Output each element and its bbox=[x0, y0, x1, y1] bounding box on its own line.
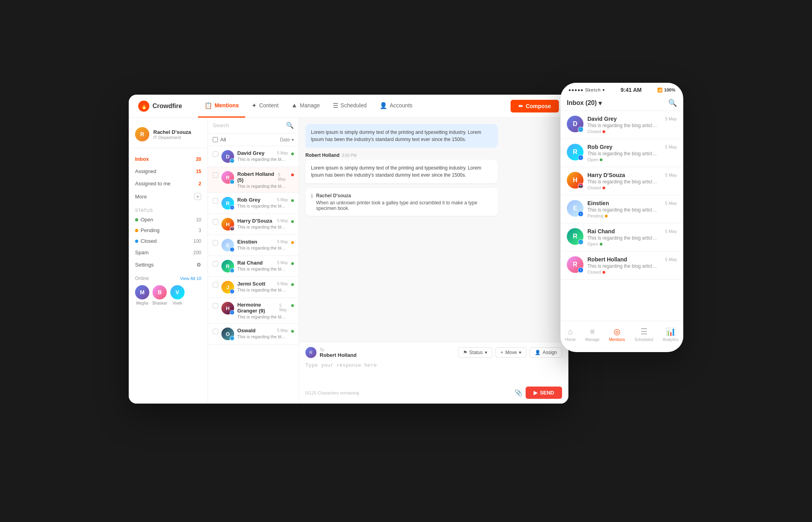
status-dot bbox=[291, 283, 294, 286]
phone-message-rob-grey[interactable]: R f Rob Grey 5 May This is regarding the… bbox=[560, 139, 683, 167]
phone-message-einstien[interactable]: E f Einstien 5 May This is regarding the… bbox=[560, 195, 683, 223]
message-checkbox[interactable] bbox=[213, 240, 218, 246]
sidebar: R Rachel D'souza IT Department Inbox 20 … bbox=[129, 118, 208, 404]
message-checkbox[interactable] bbox=[213, 198, 218, 204]
message-checkbox[interactable] bbox=[213, 219, 218, 225]
tab-scheduled[interactable]: ☰ Scheduled bbox=[326, 95, 373, 118]
tab-content[interactable]: ✦ Content bbox=[245, 95, 285, 118]
sidebar-item-pending[interactable]: Pending 3 bbox=[129, 225, 208, 236]
search-input[interactable] bbox=[213, 122, 283, 128]
sidebar-item-inbox[interactable]: Inbox 20 bbox=[129, 153, 208, 165]
status-dot bbox=[291, 241, 294, 244]
tab-accounts[interactable]: 👤 Accounts bbox=[373, 95, 419, 118]
message-avatar: E f bbox=[221, 239, 234, 251]
phone-nav-home[interactable]: ⌂ Home bbox=[561, 326, 580, 343]
instagram-badge: 📷 bbox=[230, 226, 234, 231]
move-icon: + bbox=[501, 350, 503, 355]
reply-box: R To Robert Holland ⚑ Status ▾ bbox=[299, 342, 568, 404]
phone-message-david-grey[interactable]: D 🐦 David Grey 5 May This is regarding t… bbox=[560, 111, 683, 139]
status-dot bbox=[291, 220, 294, 223]
sidebar-item-assigned-me[interactable]: Assigned to me 2 bbox=[129, 177, 208, 190]
message-item-hermoine[interactable]: H f Hermoine Granger (9) 5 May This is r… bbox=[208, 298, 299, 324]
reply-textarea[interactable] bbox=[305, 362, 562, 382]
top-nav: 🔥 Crowdfire 📋 Mentions ✦ Content ▲ Manag… bbox=[129, 95, 568, 118]
status-dot bbox=[600, 158, 602, 161]
message-checkbox[interactable] bbox=[213, 172, 218, 178]
status-dot bbox=[602, 130, 605, 133]
chat-messages: Lorem ipsum is simply dummy text of the … bbox=[299, 118, 568, 342]
sidebar-item-closed[interactable]: Closed 100 bbox=[129, 236, 208, 246]
status-dot bbox=[291, 262, 294, 265]
phone-avatar: R 🐦 bbox=[567, 228, 583, 245]
attach-button[interactable]: 📎 bbox=[515, 389, 522, 396]
phone-nav-scheduled[interactable]: ☰ Scheduled bbox=[631, 325, 657, 343]
message-item-oswald[interactable]: O 🐦 Oswald 5 May This is regarding the b… bbox=[208, 324, 299, 345]
person-icon: 👤 bbox=[535, 350, 541, 355]
message-item-einstien[interactable]: E f Einstien 5 May This is regarding the… bbox=[208, 235, 299, 256]
twitter-badge: 🐦 bbox=[230, 268, 234, 273]
instagram-badge: 📷 bbox=[578, 183, 583, 189]
message-checkbox[interactable] bbox=[213, 329, 218, 334]
message-checkbox[interactable] bbox=[213, 261, 218, 267]
phone-time: 9:41 AM bbox=[621, 87, 642, 93]
message-avatar: H f bbox=[221, 302, 234, 314]
online-title: Online View All 10 bbox=[135, 276, 201, 281]
phone-nav-mentions[interactable]: ◎ Mentions bbox=[605, 325, 629, 343]
online-avatar-bhaskar: B bbox=[152, 285, 167, 299]
move-button[interactable]: + Move ▾ bbox=[496, 347, 526, 358]
sidebar-item-open[interactable]: Open 10 bbox=[129, 214, 208, 225]
accounts-icon: 👤 bbox=[379, 102, 387, 109]
message-checkbox[interactable] bbox=[213, 151, 218, 157]
phone-signal: ●●●●● Sketch ▾ bbox=[568, 88, 605, 93]
phone-message-harry-dsouza[interactable]: H 📷 Harry D'Souza 5 May This is regardin… bbox=[560, 167, 683, 195]
status-dot bbox=[291, 199, 294, 202]
phone-avatar: R f bbox=[567, 144, 583, 160]
send-icon: ▶ bbox=[534, 390, 538, 396]
phone-inbox-title: Inbox (20) ▾ bbox=[567, 99, 602, 107]
message-checkbox[interactable] bbox=[213, 303, 218, 309]
twitter-badge: 🐦 bbox=[578, 127, 583, 132]
message-item-robert-holland[interactable]: R 🐦 Robert Holland (5) 5 May This is reg… bbox=[208, 167, 299, 193]
phone-search-icon[interactable]: 🔍 bbox=[668, 99, 677, 107]
reply-actions: ⚑ Status ▾ + Move ▾ 👤 Assig bbox=[458, 347, 562, 358]
assign-button[interactable]: 👤 Assign bbox=[530, 347, 562, 358]
message-item-rai-chand[interactable]: R 🐦 Rai Chand 5 May This is regarding th… bbox=[208, 256, 299, 277]
facebook-badge: f bbox=[230, 205, 234, 210]
user-avatar: R bbox=[135, 127, 149, 141]
closed-dot bbox=[135, 240, 138, 243]
phone-message-robert-holland[interactable]: R f Robert Holland 5 May This is regardi… bbox=[560, 251, 683, 280]
message-item-david-grey[interactable]: D 🐦 David Grey 5 May This is regarding t… bbox=[208, 146, 299, 167]
status-button[interactable]: ⚑ Status ▾ bbox=[458, 347, 492, 358]
manage-icon: ≡ bbox=[590, 327, 595, 336]
message-list: 🔍 All Date ▾ bbox=[208, 118, 299, 404]
phone-nav-analytics[interactable]: 📊 Analytics bbox=[659, 325, 682, 343]
sidebar-item-assigned[interactable]: Assigned 15 bbox=[129, 165, 208, 177]
mobile-phone: ●●●●● Sketch ▾ 9:41 AM 📶 100% Inbox (20)… bbox=[560, 83, 683, 352]
phone-avatar: D 🐦 bbox=[567, 116, 583, 132]
phone-message-rai-chand[interactable]: R 🐦 Rai Chand 5 May This is regarding th… bbox=[560, 223, 683, 251]
phone-nav-manage[interactable]: ≡ Manage bbox=[581, 326, 603, 343]
wifi-icon: 📶 bbox=[657, 88, 663, 93]
select-all-checkbox[interactable] bbox=[213, 137, 218, 142]
more-add-button[interactable]: + bbox=[194, 193, 201, 200]
message-item-harry-dsouza[interactable]: H 📷 Harry D'Souza 5 May This is regardin… bbox=[208, 214, 299, 235]
compose-button[interactable]: ✏ Compose bbox=[511, 100, 559, 112]
send-button[interactable]: ▶ SEND bbox=[526, 387, 562, 399]
online-user-megha: M Megha bbox=[135, 285, 149, 305]
twitter-badge: 🐦 bbox=[230, 336, 234, 341]
message-item-rob-grey[interactable]: R f Rob Grey 5 May This is regarding the… bbox=[208, 193, 299, 214]
analytics-icon: 📊 bbox=[666, 327, 676, 336]
dropdown-icon: ▾ bbox=[599, 99, 602, 107]
sidebar-item-more[interactable]: More + bbox=[129, 190, 208, 203]
sidebar-item-settings[interactable]: Settings ⚙ bbox=[129, 259, 208, 271]
message-checkbox[interactable] bbox=[213, 282, 218, 288]
view-all-link[interactable]: View All 10 bbox=[180, 276, 201, 281]
user-name: Rachel D'souza bbox=[153, 129, 191, 135]
tab-manage[interactable]: ▲ Manage bbox=[285, 95, 326, 118]
manage-icon: ▲ bbox=[291, 102, 297, 109]
tab-mentions[interactable]: 📋 Mentions bbox=[198, 95, 245, 118]
online-avatar-vivek: V bbox=[170, 285, 185, 299]
date-sort-button[interactable]: Date ▾ bbox=[280, 137, 294, 143]
sidebar-item-spam[interactable]: Spam 200 bbox=[129, 246, 208, 259]
message-item-jermi-scott[interactable]: J f Jermi Scott 6 May This is regarding … bbox=[208, 277, 299, 298]
